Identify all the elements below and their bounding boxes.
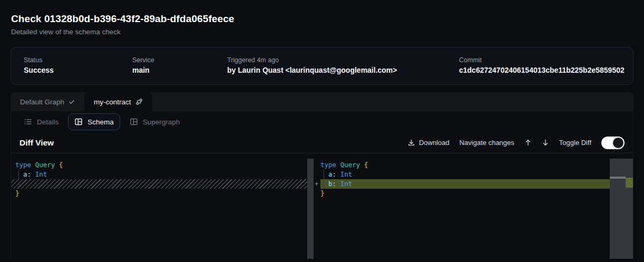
- code-line-content: b: Int: [320, 179, 633, 189]
- page-header: Check 01328b0d-b396-43f2-89ab-dfda065fee…: [0, 0, 644, 36]
- diff-filler-line: [11, 179, 314, 189]
- tab-schema[interactable]: Schema: [68, 113, 120, 130]
- code-line-content: a: Int: [320, 170, 633, 179]
- code-line: }: [314, 189, 633, 198]
- page-title: Check 01328b0d-b396-43f2-89ab-dfda065fee…: [11, 13, 633, 25]
- meta-triggered: Triggered 4m ago by Laurin Quast <laurin…: [227, 56, 459, 84]
- code-line-content: type Query {: [320, 160, 633, 170]
- schema-check-page: Check 01328b0d-b396-43f2-89ab-dfda065fee…: [0, 0, 644, 259]
- navigate-changes-label: Navigate changes: [460, 139, 514, 147]
- indent-guide: [18, 170, 19, 179]
- next-change-button[interactable]: [542, 139, 549, 147]
- arrow-up-icon: [524, 139, 532, 147]
- meta-service: Service main: [132, 56, 227, 84]
- schema-diff-editor: type Query { a: Int} type Query { a: Int…: [11, 153, 633, 259]
- code-line-content: }: [320, 189, 633, 198]
- code-line-content: }: [11, 189, 314, 198]
- tab-supergraph-label: Supergraph: [143, 118, 180, 126]
- indent-guide: [324, 170, 324, 179]
- meta-status: Status Success: [24, 56, 132, 84]
- tab-default-graph[interactable]: Default Graph: [11, 92, 84, 111]
- download-label: Download: [419, 139, 450, 147]
- triggered-by-value: by Laurin Quast <laurinquast@googlemail.…: [227, 66, 459, 74]
- code-line-content: a: Int: [11, 170, 314, 179]
- code-line-content: type Query {: [11, 160, 314, 170]
- diff-right-pane[interactable]: type Query { a: Int+ b: Int}: [314, 153, 633, 259]
- indent-guide: [324, 179, 324, 189]
- download-button[interactable]: Download: [407, 139, 450, 147]
- status-value: Success: [24, 66, 132, 74]
- view-tab-bar: Details Schema Supergraph: [11, 111, 633, 132]
- contract-compare-icon: [135, 98, 143, 105]
- graph-tab-bar: Default Graph my-contract: [11, 92, 633, 111]
- meta-service-label: Service: [132, 56, 227, 64]
- meta-triggered-label: Triggered 4m ago: [227, 56, 459, 64]
- meta-commit: Commit c1dc62724702406154013cbe11b225b2e…: [459, 56, 625, 84]
- download-icon: [407, 139, 415, 147]
- tab-details[interactable]: Details: [17, 113, 65, 130]
- toggle-diff-label: Toggle Diff: [559, 139, 591, 147]
- diff-toolbar: Download Navigate changes Toggle Diff: [407, 137, 625, 149]
- code-line: a: Int: [314, 170, 633, 179]
- panels-icon: [74, 118, 83, 126]
- diff-gutter: [314, 189, 320, 198]
- scrollbar-thumb-strip: [610, 177, 626, 179]
- toggle-diff-switch[interactable]: [601, 137, 625, 149]
- diff-gutter: [314, 160, 320, 170]
- diff-left-pane[interactable]: type Query { a: Int}: [11, 153, 314, 259]
- tab-details-label: Details: [37, 118, 58, 126]
- toggle-knob: [613, 138, 623, 148]
- diff-gutter: +: [314, 179, 320, 189]
- code-line-content: [11, 179, 314, 189]
- meta-commit-label: Commit: [459, 56, 625, 64]
- panel-body: Details Schema Supergraph Diff View: [11, 111, 633, 259]
- arrow-down-icon: [542, 139, 549, 147]
- code-line: type Query {: [314, 160, 633, 170]
- previous-change-button[interactable]: [524, 139, 532, 147]
- check-detail-panel: Default Graph my-contract Details: [11, 92, 633, 259]
- service-value: main: [132, 66, 227, 74]
- panels-icon: [130, 118, 138, 126]
- diff-view-header: Diff View Download Navigate changes: [11, 132, 633, 153]
- tab-my-contract[interactable]: my-contract: [84, 92, 152, 111]
- meta-status-label: Status: [24, 56, 132, 64]
- tab-schema-label: Schema: [87, 118, 114, 126]
- diff-gutter: [314, 170, 320, 179]
- commit-hash-value: c1dc62724702406154013cbe11b225b2e5859502: [459, 66, 625, 74]
- code-line: type Query {: [11, 160, 314, 170]
- diff-view-title: Diff View: [19, 138, 54, 148]
- code-line: a: Int: [11, 170, 314, 179]
- check-meta-card: Status Success Service main Triggered 4m…: [11, 47, 633, 85]
- tab-supergraph[interactable]: Supergraph: [123, 113, 187, 130]
- diff-added-line: + b: Int: [314, 179, 633, 189]
- tab-my-contract-label: my-contract: [94, 98, 131, 106]
- tab-default-graph-label: Default Graph: [20, 98, 64, 106]
- list-icon: [24, 118, 32, 126]
- check-icon: [69, 99, 75, 105]
- added-line-overview-marker: [626, 178, 633, 188]
- page-subtitle: Detailed view of the schema check: [11, 28, 633, 36]
- code-line: }: [11, 189, 314, 198]
- left-pane-scrollbar[interactable]: [307, 159, 314, 259]
- right-pane-scrollbar[interactable]: [610, 159, 633, 259]
